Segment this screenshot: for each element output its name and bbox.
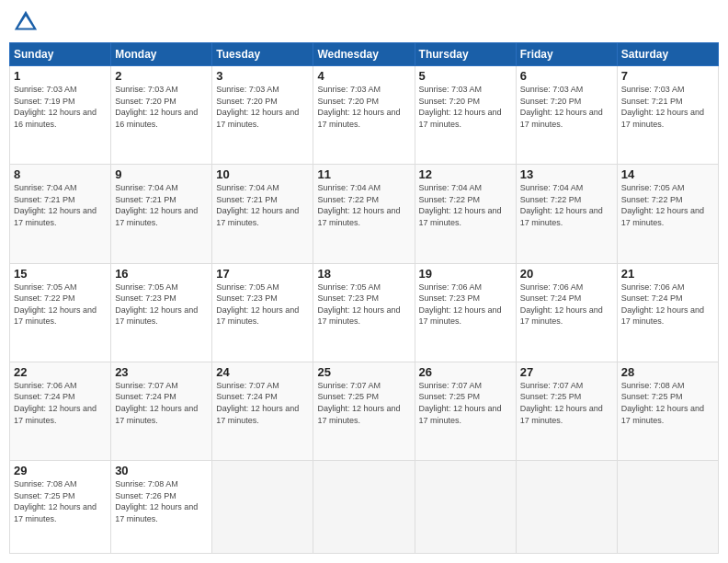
day-info: Sunrise: 7:05 AMSunset: 7:23 PMDaylight:… xyxy=(317,282,410,327)
day-number: 24 xyxy=(216,365,309,379)
calendar-cell xyxy=(516,461,617,554)
calendar-cell: 18Sunrise: 7:05 AMSunset: 7:23 PMDayligh… xyxy=(313,263,415,362)
calendar-cell: 23Sunrise: 7:07 AMSunset: 7:24 PMDayligh… xyxy=(111,362,212,460)
calendar-cell: 3Sunrise: 7:03 AMSunset: 7:20 PMDaylight… xyxy=(212,66,313,165)
col-header-thursday: Thursday xyxy=(415,43,516,66)
day-info: Sunrise: 7:07 AMSunset: 7:24 PMDaylight:… xyxy=(216,380,309,426)
day-number: 4 xyxy=(317,69,410,83)
day-info: Sunrise: 7:07 AMSunset: 7:25 PMDaylight:… xyxy=(419,380,512,426)
day-number: 8 xyxy=(14,167,107,181)
day-info: Sunrise: 7:05 AMSunset: 7:22 PMDaylight:… xyxy=(621,182,714,228)
day-number: 20 xyxy=(520,267,613,281)
day-number: 1 xyxy=(14,69,107,83)
calendar-cell: 24Sunrise: 7:07 AMSunset: 7:24 PMDayligh… xyxy=(212,362,313,460)
day-number: 22 xyxy=(14,365,107,379)
day-number: 3 xyxy=(216,69,309,83)
day-number: 9 xyxy=(115,167,208,181)
calendar-cell: 25Sunrise: 7:07 AMSunset: 7:25 PMDayligh… xyxy=(313,362,415,460)
calendar-cell: 21Sunrise: 7:06 AMSunset: 7:24 PMDayligh… xyxy=(617,263,718,362)
calendar-cell xyxy=(313,461,415,554)
calendar-cell: 17Sunrise: 7:05 AMSunset: 7:23 PMDayligh… xyxy=(212,263,313,362)
day-number: 10 xyxy=(216,167,309,181)
day-number: 15 xyxy=(14,267,107,281)
calendar-cell: 5Sunrise: 7:03 AMSunset: 7:20 PMDaylight… xyxy=(415,66,516,165)
calendar-cell: 19Sunrise: 7:06 AMSunset: 7:23 PMDayligh… xyxy=(415,263,516,362)
day-info: Sunrise: 7:07 AMSunset: 7:25 PMDaylight:… xyxy=(317,380,410,426)
day-info: Sunrise: 7:04 AMSunset: 7:21 PMDaylight:… xyxy=(115,182,208,228)
day-info: Sunrise: 7:03 AMSunset: 7:20 PMDaylight:… xyxy=(520,84,613,130)
calendar-cell: 27Sunrise: 7:07 AMSunset: 7:25 PMDayligh… xyxy=(516,362,617,460)
col-header-tuesday: Tuesday xyxy=(212,43,313,66)
day-number: 21 xyxy=(621,267,714,281)
calendar-cell: 1Sunrise: 7:03 AMSunset: 7:19 PMDaylight… xyxy=(10,66,111,165)
day-number: 28 xyxy=(621,365,714,379)
day-number: 30 xyxy=(115,464,208,477)
calendar-cell: 6Sunrise: 7:03 AMSunset: 7:20 PMDaylight… xyxy=(516,66,617,165)
day-info: Sunrise: 7:05 AMSunset: 7:22 PMDaylight:… xyxy=(14,282,107,327)
day-number: 2 xyxy=(115,69,208,83)
calendar-cell: 26Sunrise: 7:07 AMSunset: 7:25 PMDayligh… xyxy=(415,362,516,460)
col-header-friday: Friday xyxy=(516,43,617,66)
calendar-cell xyxy=(415,461,516,554)
col-header-saturday: Saturday xyxy=(617,43,718,66)
day-info: Sunrise: 7:08 AMSunset: 7:26 PMDaylight:… xyxy=(115,478,208,524)
calendar-cell: 20Sunrise: 7:06 AMSunset: 7:24 PMDayligh… xyxy=(516,263,617,362)
col-header-wednesday: Wednesday xyxy=(313,43,415,66)
calendar-cell: 8Sunrise: 7:04 AMSunset: 7:21 PMDaylight… xyxy=(10,165,111,263)
day-info: Sunrise: 7:08 AMSunset: 7:25 PMDaylight:… xyxy=(14,478,107,524)
day-info: Sunrise: 7:03 AMSunset: 7:20 PMDaylight:… xyxy=(317,84,410,130)
calendar-cell: 22Sunrise: 7:06 AMSunset: 7:24 PMDayligh… xyxy=(10,362,111,460)
calendar-cell: 7Sunrise: 7:03 AMSunset: 7:21 PMDaylight… xyxy=(617,66,718,165)
header xyxy=(9,9,719,35)
day-number: 26 xyxy=(419,365,512,379)
col-header-sunday: Sunday xyxy=(10,43,111,66)
calendar-cell: 29Sunrise: 7:08 AMSunset: 7:25 PMDayligh… xyxy=(10,461,111,554)
col-header-monday: Monday xyxy=(111,43,212,66)
day-number: 7 xyxy=(621,69,714,83)
day-info: Sunrise: 7:03 AMSunset: 7:20 PMDaylight:… xyxy=(115,84,208,130)
calendar: SundayMondayTuesdayWednesdayThursdayFrid… xyxy=(9,42,719,554)
day-info: Sunrise: 7:03 AMSunset: 7:20 PMDaylight:… xyxy=(216,84,309,130)
day-info: Sunrise: 7:06 AMSunset: 7:23 PMDaylight:… xyxy=(419,282,512,327)
day-info: Sunrise: 7:03 AMSunset: 7:20 PMDaylight:… xyxy=(419,84,512,130)
day-number: 5 xyxy=(419,69,512,83)
calendar-cell: 12Sunrise: 7:04 AMSunset: 7:22 PMDayligh… xyxy=(415,165,516,263)
logo xyxy=(9,9,39,35)
day-number: 17 xyxy=(216,267,309,281)
day-info: Sunrise: 7:05 AMSunset: 7:23 PMDaylight:… xyxy=(115,282,208,327)
day-number: 6 xyxy=(520,69,613,83)
week-row-4: 22Sunrise: 7:06 AMSunset: 7:24 PMDayligh… xyxy=(10,362,719,460)
day-info: Sunrise: 7:06 AMSunset: 7:24 PMDaylight:… xyxy=(14,380,107,426)
day-info: Sunrise: 7:07 AMSunset: 7:25 PMDaylight:… xyxy=(520,380,613,426)
calendar-cell: 4Sunrise: 7:03 AMSunset: 7:20 PMDaylight… xyxy=(313,66,415,165)
day-number: 19 xyxy=(419,267,512,281)
day-number: 12 xyxy=(419,167,512,181)
week-row-5: 29Sunrise: 7:08 AMSunset: 7:25 PMDayligh… xyxy=(10,461,719,554)
day-number: 13 xyxy=(520,167,613,181)
day-number: 14 xyxy=(621,167,714,181)
calendar-header-row: SundayMondayTuesdayWednesdayThursdayFrid… xyxy=(10,43,719,66)
day-info: Sunrise: 7:03 AMSunset: 7:21 PMDaylight:… xyxy=(621,84,714,130)
day-number: 27 xyxy=(520,365,613,379)
page: SundayMondayTuesdayWednesdayThursdayFrid… xyxy=(0,0,728,563)
calendar-cell: 9Sunrise: 7:04 AMSunset: 7:21 PMDaylight… xyxy=(111,165,212,263)
week-row-3: 15Sunrise: 7:05 AMSunset: 7:22 PMDayligh… xyxy=(10,263,719,362)
calendar-cell: 28Sunrise: 7:08 AMSunset: 7:25 PMDayligh… xyxy=(617,362,718,460)
calendar-cell: 11Sunrise: 7:04 AMSunset: 7:22 PMDayligh… xyxy=(313,165,415,263)
day-info: Sunrise: 7:06 AMSunset: 7:24 PMDaylight:… xyxy=(621,282,714,327)
calendar-cell: 2Sunrise: 7:03 AMSunset: 7:20 PMDaylight… xyxy=(111,66,212,165)
calendar-cell xyxy=(212,461,313,554)
logo-icon xyxy=(13,9,39,35)
day-number: 25 xyxy=(317,365,410,379)
day-info: Sunrise: 7:04 AMSunset: 7:22 PMDaylight:… xyxy=(317,182,410,228)
day-info: Sunrise: 7:07 AMSunset: 7:24 PMDaylight:… xyxy=(115,380,208,426)
day-info: Sunrise: 7:08 AMSunset: 7:25 PMDaylight:… xyxy=(621,380,714,426)
calendar-cell: 16Sunrise: 7:05 AMSunset: 7:23 PMDayligh… xyxy=(111,263,212,362)
day-number: 16 xyxy=(115,267,208,281)
calendar-cell: 10Sunrise: 7:04 AMSunset: 7:21 PMDayligh… xyxy=(212,165,313,263)
calendar-cell xyxy=(617,461,718,554)
week-row-2: 8Sunrise: 7:04 AMSunset: 7:21 PMDaylight… xyxy=(10,165,719,263)
calendar-cell: 15Sunrise: 7:05 AMSunset: 7:22 PMDayligh… xyxy=(10,263,111,362)
calendar-cell: 14Sunrise: 7:05 AMSunset: 7:22 PMDayligh… xyxy=(617,165,718,263)
calendar-cell: 30Sunrise: 7:08 AMSunset: 7:26 PMDayligh… xyxy=(111,461,212,554)
